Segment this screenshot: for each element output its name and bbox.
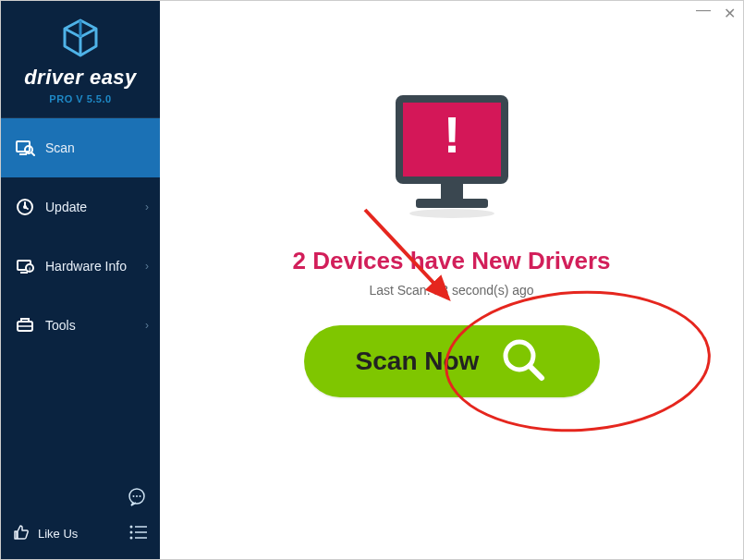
- like-us-label: Like Us: [38, 527, 78, 541]
- sidebar-item-label: Scan: [45, 140, 75, 155]
- window-controls: — ✕: [696, 6, 736, 21]
- svg-point-15: [136, 495, 138, 497]
- sidebar-bottom: Like Us: [1, 514, 160, 559]
- svg-point-16: [140, 495, 141, 497]
- scan-now-button[interactable]: Scan Now: [304, 325, 600, 397]
- svg-point-14: [133, 495, 135, 497]
- svg-point-5: [23, 205, 27, 209]
- main-content: — ✕ ! 2 Devices have New Drivers Last Sc…: [160, 1, 743, 559]
- svg-rect-11: [21, 319, 29, 322]
- sidebar-item-hardware-info[interactable]: i Hardware Info ›: [1, 237, 160, 296]
- sidebar-item-scan[interactable]: Scan: [1, 118, 160, 177]
- chevron-right-icon: ›: [145, 319, 149, 332]
- alert-monitor-icon: !: [383, 90, 521, 230]
- svg-point-17: [130, 525, 133, 528]
- chevron-right-icon: ›: [145, 201, 149, 213]
- minimize-button[interactable]: —: [696, 3, 711, 18]
- sidebar-item-tools[interactable]: Tools ›: [1, 296, 160, 355]
- sidebar-item-label: Hardware Info: [45, 259, 127, 274]
- svg-point-21: [130, 536, 133, 539]
- menu-button[interactable]: [128, 524, 149, 544]
- logo-area: driver easy PRO V 5.5.0: [1, 1, 160, 118]
- sidebar-nav: Scan Update ›: [1, 118, 160, 514]
- update-icon: [14, 197, 36, 217]
- main-center: ! 2 Devices have New Drivers Last Scan: …: [160, 90, 743, 397]
- svg-rect-26: [441, 180, 463, 199]
- sidebar-item-label: Update: [45, 200, 87, 214]
- sidebar: driver easy PRO V 5.5.0 Scan: [1, 1, 160, 559]
- svg-rect-27: [416, 199, 488, 208]
- svg-line-3: [31, 152, 34, 155]
- feedback-button[interactable]: [127, 487, 147, 511]
- brand-version: PRO V 5.5.0: [1, 93, 160, 104]
- svg-line-30: [530, 366, 542, 378]
- chevron-right-icon: ›: [145, 260, 149, 273]
- hardware-info-icon: i: [14, 256, 36, 276]
- logo-icon: [1, 18, 160, 60]
- sidebar-item-label: Tools: [45, 318, 76, 333]
- last-scan-text: Last Scan: 13 second(s) ago: [369, 283, 533, 298]
- svg-point-19: [130, 530, 133, 533]
- close-button[interactable]: ✕: [724, 6, 736, 21]
- svg-point-28: [409, 209, 494, 218]
- thumbs-up-icon: [12, 523, 30, 544]
- magnify-icon: [499, 335, 547, 387]
- scan-now-label: Scan Now: [356, 347, 480, 376]
- headline-text: 2 Devices have New Drivers: [293, 247, 611, 275]
- like-us-button[interactable]: Like Us: [12, 523, 78, 544]
- sidebar-item-update[interactable]: Update ›: [1, 177, 160, 237]
- brand-name: driver easy: [1, 66, 160, 90]
- tools-icon: [14, 315, 36, 335]
- svg-text:!: !: [443, 105, 460, 164]
- app-window: driver easy PRO V 5.5.0 Scan: [0, 0, 744, 560]
- scan-icon: [14, 138, 36, 158]
